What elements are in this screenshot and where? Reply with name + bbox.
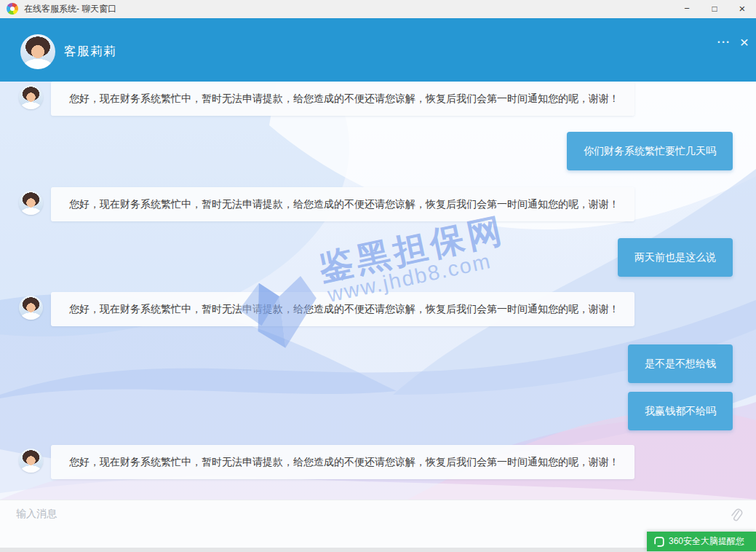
app-logo-icon [7, 3, 18, 15]
user-message-bubble: 两天前也是这么说 [618, 238, 733, 277]
agent-avatar [19, 296, 43, 320]
agent-message-bubble: 您好，现在财务系统繁忙中，暂时无法申请提款，给您造成的不便还请您谅解，恢复后我们… [51, 187, 634, 221]
titlebar: 在线客服系统- 聊天窗口 − □ × [0, 0, 756, 18]
user-message-bubble: 是不是不想给钱 [628, 344, 733, 383]
user-message-bubble: 你们财务系统繁忙要忙几天吗 [567, 132, 733, 170]
header-actions: ••• × [717, 35, 749, 50]
360-logo-icon [654, 537, 664, 547]
user-message-bubble: 我赢钱都不给吗 [628, 392, 733, 430]
window-close-button[interactable]: × [728, 0, 756, 18]
agent-message-bubble: 您好，现在财务系统繁忙中，暂时无法申请提款，给您造成的不便还请您谅解，恢复后我们… [51, 292, 634, 326]
toast-text: 360安全大脑提醒您 [669, 535, 744, 548]
agent-message-bubble: 您好，现在财务系统繁忙中，暂时无法申请提款，给您造成的不便还请您谅解，恢复后我们… [51, 445, 634, 479]
header-close-button[interactable]: × [740, 35, 749, 50]
agent-avatar [19, 449, 43, 473]
maximize-button[interactable]: □ [701, 0, 728, 18]
agent-message-bubble: 您好，现在财务系统繁忙中，暂时无法申请提款，给您造成的不便还请您谅解，恢复后我们… [51, 82, 634, 116]
agent-avatar [20, 34, 55, 69]
minimize-button[interactable]: − [673, 0, 701, 18]
more-menu-button[interactable]: ••• [717, 39, 731, 46]
chat-window: 在线客服系统- 聊天窗口 − □ × 客服莉莉 ••• × [0, 0, 756, 552]
message-input[interactable] [15, 506, 709, 545]
paperclip-icon[interactable] [728, 508, 744, 524]
bottom-strip [0, 548, 756, 552]
toast-360[interactable]: 360安全大脑提醒您 [647, 532, 756, 551]
composer [0, 500, 756, 548]
agent-name: 客服莉莉 [64, 36, 116, 67]
agent-avatar [19, 85, 43, 109]
agent-avatar [19, 191, 43, 215]
chat-header: 客服莉莉 ••• × [0, 18, 756, 82]
window-title: 在线客服系统- 聊天窗口 [24, 0, 116, 18]
chat-area: 您好，现在财务系统繁忙中，暂时无法申请提款，给您造成的不便还请您谅解，恢复后我们… [0, 82, 756, 500]
